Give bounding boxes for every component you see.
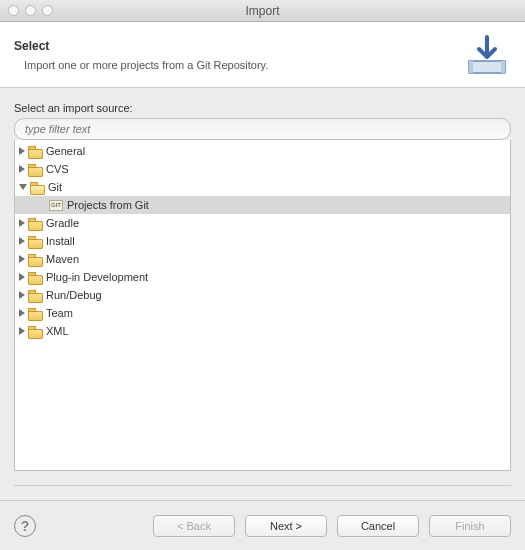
svg-rect-1 [469,61,473,73]
tree-item-label: CVS [46,163,69,175]
folder-icon [28,146,42,157]
tree-item-label: Gradle [46,217,79,229]
folder-icon [28,326,42,337]
chevron-right-icon[interactable] [19,237,25,245]
chevron-down-icon[interactable] [19,184,27,190]
import-tree[interactable]: GeneralCVSGitGITProjects from GitGradleI… [14,140,511,471]
chevron-right-icon[interactable] [19,273,25,281]
tree-item[interactable]: Run/Debug [15,286,510,304]
folder-icon [28,272,42,283]
tree-item[interactable]: Plug-in Development [15,268,510,286]
import-icon [463,31,511,79]
folder-icon [28,218,42,229]
chevron-right-icon[interactable] [19,165,25,173]
folder-icon [28,308,42,319]
tree-item[interactable]: General [15,142,510,160]
folder-icon [28,254,42,265]
wizard-footer: ? < Back Next > Cancel Finish [0,500,525,550]
filter-input[interactable] [14,118,511,140]
chevron-right-icon[interactable] [19,255,25,263]
chevron-right-icon[interactable] [19,147,25,155]
tree-item[interactable]: Maven [15,250,510,268]
chevron-right-icon[interactable] [19,219,25,227]
tree-item-label: Run/Debug [46,289,102,301]
wizard-body: Select an import source: GeneralCVSGitGI… [0,88,525,500]
help-button[interactable]: ? [14,515,36,537]
tree-item-label: Git [48,181,62,193]
finish-button[interactable]: Finish [429,515,511,537]
chevron-right-icon[interactable] [19,291,25,299]
tree-item-label: Plug-in Development [46,271,148,283]
folder-icon [30,182,44,193]
separator [14,485,511,486]
svg-rect-0 [469,61,505,73]
page-title: Select [14,39,268,53]
tree-item-label: General [46,145,85,157]
cancel-button[interactable]: Cancel [337,515,419,537]
git-wizard-icon: GIT [49,200,63,211]
page-description: Import one or more projects from a Git R… [14,59,268,71]
back-button[interactable]: < Back [153,515,235,537]
tree-item[interactable]: CVS [15,160,510,178]
tree-item[interactable]: Git [15,178,510,196]
folder-icon [28,164,42,175]
tree-item-label: Team [46,307,73,319]
tree-item-label: Install [46,235,75,247]
tree-item[interactable]: XML [15,322,510,340]
tree-item[interactable]: Team [15,304,510,322]
chevron-right-icon[interactable] [19,309,25,317]
svg-rect-2 [501,61,505,73]
tree-item-label: Maven [46,253,79,265]
tree-item-label: XML [46,325,69,337]
folder-icon [28,290,42,301]
folder-icon [28,236,42,247]
tree-item[interactable]: Install [15,232,510,250]
import-source-label: Select an import source: [14,102,511,114]
chevron-right-icon[interactable] [19,327,25,335]
tree-item[interactable]: GITProjects from Git [15,196,510,214]
wizard-banner: Select Import one or more projects from … [0,22,525,88]
tree-item-label: Projects from Git [67,199,149,211]
window-title: Import [0,4,525,18]
titlebar: Import [0,0,525,22]
tree-item[interactable]: Gradle [15,214,510,232]
next-button[interactable]: Next > [245,515,327,537]
